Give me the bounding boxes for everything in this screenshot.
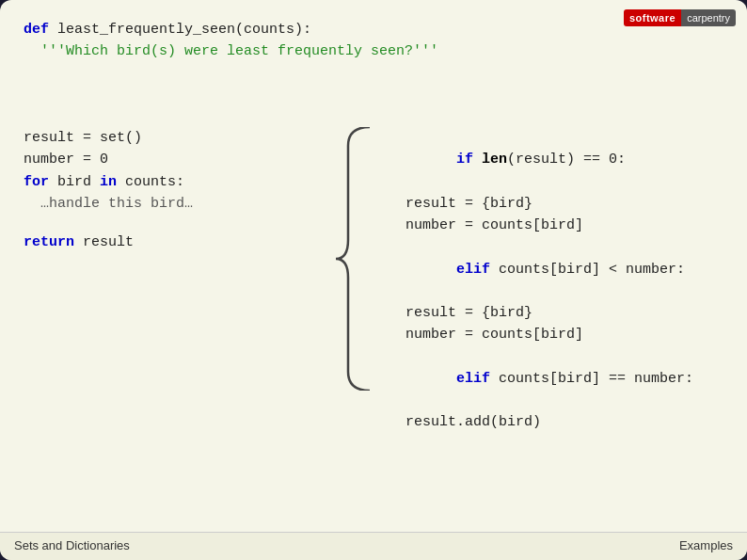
code-line-1: def least_frequently_seen(counts): [24,19,723,40]
right-line-elif1: elif counts[bird] < number: [372,236,747,302]
left-line-1: result = set() [24,127,343,149]
right-line-elif2: elif counts[bird] == number: [372,346,747,412]
left-line-4: …handle this bird… [24,193,343,215]
keyword-elif1: elif [456,262,490,278]
code-area: def least_frequently_seen(counts): '''Wh… [24,19,723,522]
right-line-elif1-body1: result = {bird} [372,302,747,324]
footer-left: Sets and Dictionaries [14,538,130,552]
footer: Sets and Dictionaries Examples [0,532,747,560]
right-line-elif2-body1: result.add(bird) [372,411,747,433]
elif2-rest: counts[bird] == number: [490,371,693,387]
footer-right: Examples [679,538,733,552]
slide: software carpentry def least_frequently_… [0,0,747,560]
right-line-if1: if len(result) == 0: [372,127,747,193]
for-counts: counts: [117,174,184,190]
code-line1-rest: least_frequently_seen(counts): [49,22,311,38]
keyword-len: len [482,152,507,168]
keyword-def: def [24,22,49,38]
right-line-elif1-body2: number = counts[bird] [372,324,747,345]
for-bird: bird [49,174,100,190]
code-line-2: '''Which bird(s) were least frequently s… [24,40,723,62]
elif1-rest: counts[bird] < number: [490,262,685,278]
keyword-if: if [456,152,473,168]
left-line-2: number = 0 [24,149,343,170]
left-line-5: return result [24,232,343,253]
keyword-for: for [24,174,49,190]
left-code-block: result = set() number = 0 for bird in co… [24,127,343,253]
return-result: result [74,234,134,250]
right-code-block: if len(result) == 0: result = {bird} num… [372,127,747,434]
keyword-in: in [100,174,117,190]
keyword-elif2: elif [456,371,490,387]
right-line-if1-body2: number = counts[bird] [372,215,747,236]
keyword-return: return [24,234,74,250]
right-line-if1-body1: result = {bird} [372,193,747,215]
left-line-3: for bird in counts: [24,171,343,193]
main-content: def least_frequently_seen(counts): '''Wh… [0,0,747,532]
if-space [473,152,482,168]
if-rest-no-len: (result) == 0: [507,152,626,168]
